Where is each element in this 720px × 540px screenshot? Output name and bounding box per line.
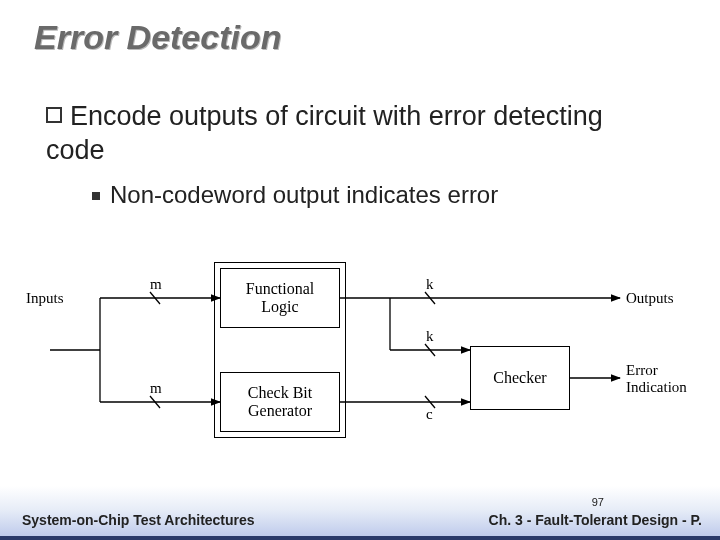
footer-bar: 97 System-on-Chip Test Architectures Ch.… [0, 486, 720, 540]
page-number: 97 [592, 496, 604, 508]
hollow-square-icon [46, 107, 62, 123]
error-indication-label: Error Indication [626, 362, 687, 395]
footer-blue-line [0, 536, 720, 540]
k-label-top: k [426, 276, 434, 293]
check-bit-generator-block: Check Bit Generator [220, 372, 340, 432]
diagram-wires [30, 250, 690, 460]
footer-right-text: Ch. 3 - Fault-Tolerant Design - P. [489, 512, 702, 528]
inputs-label: Inputs [26, 290, 64, 307]
footer-left-text: System-on-Chip Test Architectures [22, 512, 255, 528]
block-diagram: Functional Logic Check Bit Generator Che… [30, 250, 690, 460]
m-label-bottom: m [150, 380, 162, 397]
checker-block: Checker [470, 346, 570, 410]
bullet-2-text: Non-codeword output indicates error [110, 181, 498, 208]
functional-logic-block: Functional Logic [220, 268, 340, 328]
m-label-top: m [150, 276, 162, 293]
filled-square-icon [92, 192, 100, 200]
c-label: c [426, 406, 433, 423]
bullet-level-2: Non-codeword output indicates error [92, 180, 660, 210]
k-label-mid: k [426, 328, 434, 345]
slide-title: Error Detection [34, 18, 282, 57]
bullet-1-text: Encode outputs of circuit with error det… [46, 101, 603, 165]
slide: Error Detection Encode outputs of circui… [0, 0, 720, 540]
bullet-level-1: Encode outputs of circuit with error det… [46, 100, 660, 168]
outputs-label: Outputs [626, 290, 674, 307]
